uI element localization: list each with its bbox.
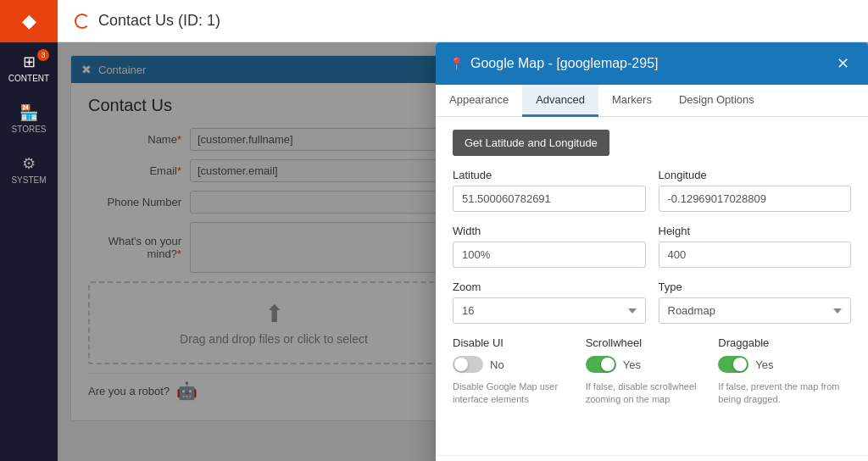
google-map-modal: 📍 Google Map - [googlemap-295] ✕ Appeara…	[436, 42, 868, 461]
tab-markers[interactable]: Markers	[598, 85, 665, 117]
height-group: Height	[659, 225, 852, 268]
page-title: Contact Us (ID: 1)	[98, 12, 220, 30]
zoom-select[interactable]: 16 1 4 8 12 20	[453, 297, 646, 324]
sidebar-item-content[interactable]: ⊞ CONTENT 3	[0, 42, 58, 93]
draggable-row: Yes	[718, 356, 851, 373]
scrollwheel-row: Yes	[586, 356, 719, 373]
disable-ui-row: No	[453, 356, 586, 373]
type-group: Type Roadmap Satellite Hybrid Terrain	[659, 280, 852, 324]
disable-ui-slider	[453, 356, 483, 373]
page-area: ✖ Container Contact Us Name* Email* Phon…	[58, 42, 868, 461]
scrollwheel-slider	[586, 356, 616, 373]
draggable-group: Draggable Yes If false, prevent the map …	[718, 336, 851, 407]
magento-logo: ◆	[0, 0, 58, 42]
zoom-group: Zoom 16 1 4 8 12 20	[453, 280, 646, 324]
sidebar-item-label: CONTENT	[8, 74, 49, 83]
modal-tabs: Appearance Advanced Markers Design Optio…	[436, 85, 868, 117]
disable-ui-group: Disable UI No Disable Google Map user in…	[453, 336, 586, 407]
latitude-label: Latitude	[453, 169, 646, 181]
width-input[interactable]	[453, 242, 646, 268]
latitude-group: Latitude	[453, 169, 646, 212]
longitude-label: Longitude	[659, 169, 852, 181]
disable-ui-toggle[interactable]	[453, 356, 483, 373]
modal-title: Google Map - [googlemap-295]	[470, 56, 825, 71]
modal-overlay: 📍 Google Map - [googlemap-295] ✕ Appeara…	[58, 42, 868, 461]
get-latlong-button[interactable]: Get Latitude and Longitude	[453, 130, 609, 156]
latitude-input[interactable]	[453, 186, 646, 212]
scrollwheel-desc: If false, disable scrollwheel zooming on…	[586, 380, 719, 407]
stores-icon: 🏪	[19, 103, 38, 122]
scrollwheel-toggle[interactable]	[586, 356, 616, 373]
width-group: Width	[453, 225, 646, 268]
tab-advanced[interactable]: Advanced	[522, 85, 598, 117]
modal-header: 📍 Google Map - [googlemap-295] ✕	[436, 42, 868, 85]
content-icon: ⊞	[23, 53, 36, 71]
zoom-label: Zoom	[453, 280, 646, 293]
modal-body: Get Latitude and Longitude Latitude Long…	[436, 117, 868, 455]
top-bar: Contact Us (ID: 1)	[58, 0, 868, 42]
sidebar-item-label: SYSTEM	[11, 175, 46, 185]
scrollwheel-value: Yes	[623, 358, 641, 371]
sidebar-item-stores[interactable]: 🏪 STORES	[0, 93, 58, 144]
longitude-group: Longitude	[659, 169, 852, 212]
tab-appearance[interactable]: Appearance	[436, 85, 522, 117]
content-badge: 3	[37, 49, 49, 61]
lat-lng-row: Latitude Longitude	[453, 169, 851, 212]
draggable-desc: If false, prevent the map from being dra…	[718, 380, 851, 407]
height-label: Height	[659, 225, 852, 237]
tab-design-options[interactable]: Design Options	[665, 85, 768, 117]
sidebar-item-label: STORES	[12, 125, 47, 134]
modal-close-button[interactable]: ✕	[832, 53, 854, 75]
width-height-row: Width Height	[453, 225, 851, 268]
disable-ui-desc: Disable Google Map user interface elemen…	[453, 380, 586, 407]
draggable-slider	[718, 356, 748, 373]
logo-icon: ◆	[22, 10, 36, 32]
scrollwheel-title: Scrollwheel	[586, 336, 719, 349]
draggable-toggle[interactable]	[718, 356, 748, 373]
modal-footer: Delete Save	[436, 455, 868, 461]
width-label: Width	[453, 225, 646, 237]
type-label: Type	[659, 280, 852, 293]
map-pin-icon: 📍	[449, 57, 464, 70]
sidebar: ◆ ⊞ CONTENT 3 🏪 STORES ⚙ SYSTEM	[0, 0, 58, 461]
sidebar-item-system[interactable]: ⚙ SYSTEM	[0, 144, 58, 195]
toggles-section: Disable UI No Disable Google Map user in…	[453, 336, 851, 407]
disable-ui-title: Disable UI	[453, 336, 586, 349]
main-content: Contact Us (ID: 1) ✖ Container Contact U…	[58, 0, 868, 461]
type-select[interactable]: Roadmap Satellite Hybrid Terrain	[659, 297, 852, 324]
scrollwheel-group: Scrollwheel Yes If false, disable scroll…	[586, 336, 719, 407]
draggable-title: Draggable	[718, 336, 851, 349]
loading-indicator	[75, 14, 90, 29]
height-input[interactable]	[659, 242, 852, 268]
system-icon: ⚙	[22, 154, 36, 173]
disable-ui-value: No	[490, 358, 504, 371]
longitude-input[interactable]	[659, 186, 852, 212]
draggable-value: Yes	[755, 358, 773, 371]
zoom-type-row: Zoom 16 1 4 8 12 20 Type	[453, 280, 851, 324]
